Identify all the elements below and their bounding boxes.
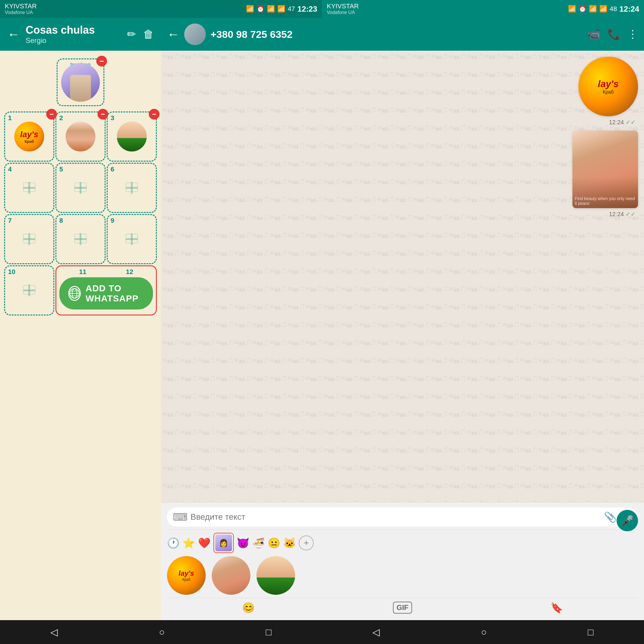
wifi-icon: 📶: [267, 5, 275, 13]
recents-nav-left[interactable]: □: [266, 627, 271, 638]
remove-btn-2[interactable]: −: [97, 109, 108, 120]
back-nav-left[interactable]: ◁: [50, 626, 58, 638]
cell-number-12: 12: [126, 268, 133, 276]
svg-rect-4: [75, 187, 86, 189]
attach-icon[interactable]: 📎: [604, 511, 617, 523]
cell-number-11: 11: [79, 268, 86, 276]
back-nav-right[interactable]: ◁: [372, 626, 380, 638]
remove-btn-3[interactable]: −: [149, 109, 160, 120]
nav-bar: ◁ ○ □ ◁ ○ □: [0, 620, 644, 644]
left-header: ← Cosas chulas Sergio ✏ 🗑: [0, 18, 161, 51]
cell-number-1: 1: [8, 114, 12, 122]
more-options-icon[interactable]: ⋮: [627, 28, 638, 41]
back-button-left[interactable]: ←: [7, 27, 20, 41]
sticker-preview-row: lay's Краб: [167, 553, 638, 598]
top-sticker-row: tray icon −: [3, 57, 158, 108]
sticker-preview-1[interactable]: lay's Краб: [167, 556, 206, 595]
sticker-button[interactable]: 🔖: [550, 602, 563, 614]
chat-message-1: lay's Краб 12:24 ✓✓: [167, 57, 638, 126]
tray-icon-image: [61, 63, 100, 102]
bottom-row: 10 11 12: [3, 265, 158, 315]
sticker-cell-10[interactable]: 10: [4, 265, 54, 315]
carrier-right: KYIVSTAR: [327, 3, 359, 10]
home-nav-left[interactable]: ○: [159, 627, 165, 638]
face-sticker-icon[interactable]: 😐: [268, 537, 280, 549]
sticker-preview-3[interactable]: [256, 556, 295, 595]
svg-rect-1: [23, 187, 35, 189]
right-header-icons: 📹 📞 ⋮: [587, 28, 638, 41]
cell-number-6: 6: [111, 165, 114, 173]
edit-icon[interactable]: ✏: [127, 28, 136, 41]
recents-nav-right[interactable]: □: [588, 627, 593, 638]
noodle-sticker-icon[interactable]: 🍜: [252, 537, 265, 549]
back-button-right[interactable]: ←: [167, 27, 179, 41]
delete-icon[interactable]: 🗑: [143, 28, 154, 41]
add-to-whatsapp-wrapper: 11 12 ADD TO: [55, 265, 157, 315]
add-to-whatsapp-button[interactable]: ADD TO WHATSAPP: [59, 277, 153, 309]
recent-icon[interactable]: 🕐: [167, 537, 179, 549]
chat-message-2: Find beauty when you only need it peace …: [167, 131, 638, 218]
status-bar: KYIVSTAR Vodafone UA 📶 ⏰ 📶 📶 47 12:23 KY…: [0, 0, 644, 18]
cell-number-5: 5: [59, 165, 63, 173]
pack-title: Cosas chulas: [26, 24, 121, 36]
signal-icon-r: 📶: [599, 5, 607, 13]
status-bar-right: KYIVSTAR Vodafone UA 📶 ⏰ 📶 📶 48 12:24: [322, 0, 644, 18]
voice-call-icon[interactable]: 📞: [607, 28, 621, 41]
mic-button[interactable]: 🎤: [617, 510, 638, 531]
input-row: ⌨ 📎 📷: [167, 507, 638, 527]
cell-number-2: 2: [59, 114, 63, 122]
devil-sticker-icon[interactable]: 😈: [237, 537, 249, 549]
sticker-cell-1[interactable]: 1 − lay's Краб: [4, 112, 54, 162]
sticker-cell-8[interactable]: 8: [55, 214, 106, 264]
favorites-icon[interactable]: ⭐: [182, 537, 195, 549]
wifi-icon-r: 📶: [589, 5, 597, 13]
sticker-preview-2[interactable]: [212, 556, 250, 595]
sticker-cell-4[interactable]: 4: [4, 163, 54, 213]
add-whatsapp-text: ADD TO WHATSAPP: [86, 283, 144, 304]
gif-button[interactable]: GIF: [393, 602, 412, 614]
cat-sticker-icon[interactable]: 🐱: [283, 537, 296, 549]
remove-btn-1[interactable]: −: [46, 109, 57, 120]
sticker-cell-5[interactable]: 5: [55, 163, 106, 213]
tray-icon-cell[interactable]: tray icon −: [57, 58, 104, 106]
contact-phone[interactable]: +380 98 725 6352: [210, 29, 583, 40]
sticker-image-1: lay's Краб: [14, 122, 44, 151]
sticker-picker-row: 🕐 ⭐ ❤️ 👩 😈 🍜 😐 🐱 +: [167, 530, 638, 553]
sticker-grid: 1 − lay's Краб 2 −: [3, 112, 158, 264]
keyboard-icon[interactable]: ⌨: [173, 511, 188, 523]
chat-area: lay's Краб 12:24 ✓✓ Find beauty when you…: [161, 51, 644, 503]
cell-number-7: 7: [8, 217, 12, 225]
sticker-cell-7[interactable]: 7: [4, 214, 54, 264]
home-nav-right[interactable]: ○: [481, 627, 487, 638]
svg-rect-10: [23, 238, 35, 240]
sticker-image-3: [117, 122, 147, 151]
svg-rect-7: [126, 187, 138, 189]
chat-text-input[interactable]: [191, 512, 601, 522]
message-time-1: 12:24 ✓✓: [609, 119, 638, 126]
sticker-cell-6[interactable]: 6: [107, 163, 157, 213]
carrier-left: KYIVSTAR: [5, 3, 37, 10]
remove-tray-btn[interactable]: −: [96, 56, 107, 66]
sticker-image-2: [66, 122, 95, 151]
carrier-sub-left: Vodafone UA: [5, 10, 37, 15]
alarm-icon: ⏰: [256, 5, 264, 13]
right-header: ← +380 98 725 6352 📹 📞 ⋮: [161, 18, 644, 51]
contact-avatar[interactable]: [184, 24, 206, 45]
selected-pack-tab[interactable]: 👩: [213, 533, 234, 553]
status-icons-left: 📶 ⏰ 📶 📶 47 12:23: [246, 4, 317, 14]
sticker-cell-2[interactable]: 2 −: [55, 112, 106, 162]
sticker-cell-3[interactable]: 3 −: [107, 112, 157, 162]
add-sticker-pack-button[interactable]: +: [299, 535, 314, 550]
carrier-sub-right: Vodafone UA: [327, 10, 359, 15]
status-icons-right: 📶 ⏰ 📶 📶 48 12:24: [568, 4, 639, 14]
left-header-title-group: Cosas chulas Sergio: [26, 24, 121, 45]
cell-number-8: 8: [59, 217, 63, 225]
hearts-icon[interactable]: ❤️: [198, 537, 210, 549]
emoji-button[interactable]: 😊: [242, 602, 255, 614]
video-call-icon[interactable]: 📹: [587, 28, 601, 41]
inner-nums: 11 12: [56, 268, 156, 276]
battery-right: 48: [610, 5, 617, 13]
add-placeholder-8: [69, 227, 92, 251]
sticker-cell-9[interactable]: 9: [107, 214, 157, 264]
svg-rect-19: [23, 290, 35, 291]
